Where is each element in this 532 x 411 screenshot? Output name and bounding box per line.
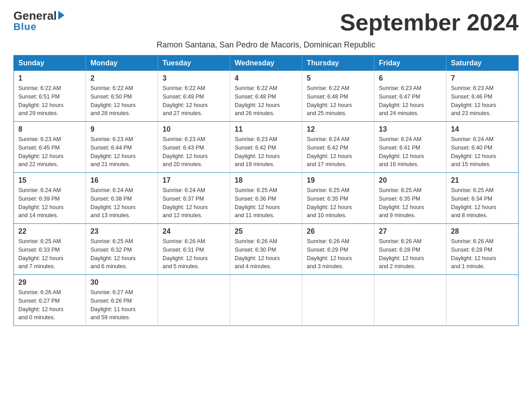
day-info: Sunrise: 6:23 AMSunset: 6:45 PMDaylight:…	[18, 136, 64, 167]
calendar-cell: 28 Sunrise: 6:26 AMSunset: 6:28 PMDaylig…	[446, 224, 519, 275]
day-info: Sunrise: 6:24 AMSunset: 6:41 PMDaylight:…	[379, 136, 424, 167]
calendar-cell	[158, 275, 230, 326]
calendar-week-row: 22 Sunrise: 6:25 AMSunset: 6:33 PMDaylig…	[14, 224, 519, 275]
calendar-cell: 7 Sunrise: 6:23 AMSunset: 6:46 PMDayligh…	[446, 71, 519, 122]
calendar-cell: 23 Sunrise: 6:25 AMSunset: 6:32 PMDaylig…	[86, 224, 158, 275]
day-info: Sunrise: 6:23 AMSunset: 6:42 PMDaylight:…	[235, 136, 280, 167]
calendar-cell: 10 Sunrise: 6:23 AMSunset: 6:43 PMDaylig…	[158, 122, 230, 173]
day-number: 12	[307, 125, 369, 133]
calendar-cell: 27 Sunrise: 6:26 AMSunset: 6:28 PMDaylig…	[374, 224, 446, 275]
calendar-cell: 1 Sunrise: 6:22 AMSunset: 6:51 PMDayligh…	[14, 71, 86, 122]
calendar-cell: 20 Sunrise: 6:25 AMSunset: 6:35 PMDaylig…	[374, 173, 446, 224]
page-subtitle: Ramon Santana, San Pedro de Macoris, Dom…	[13, 40, 519, 50]
day-info: Sunrise: 6:22 AMSunset: 6:48 PMDaylight:…	[307, 85, 352, 116]
calendar-header-cell: Monday	[86, 56, 158, 71]
day-info: Sunrise: 6:27 AMSunset: 6:26 PMDaylight:…	[90, 289, 136, 321]
day-info: Sunrise: 6:23 AMSunset: 6:47 PMDaylight:…	[379, 85, 424, 116]
day-info: Sunrise: 6:22 AMSunset: 6:51 PMDaylight:…	[18, 85, 64, 116]
calendar-cell	[302, 275, 374, 326]
calendar-cell: 4 Sunrise: 6:22 AMSunset: 6:48 PMDayligh…	[230, 71, 302, 122]
day-number: 4	[235, 74, 297, 82]
day-info: Sunrise: 6:22 AMSunset: 6:50 PMDaylight:…	[90, 85, 136, 116]
day-number: 1	[18, 74, 81, 82]
day-number: 5	[307, 74, 369, 82]
day-info: Sunrise: 6:24 AMSunset: 6:42 PMDaylight:…	[307, 136, 352, 167]
day-number: 6	[379, 74, 442, 82]
calendar-cell: 24 Sunrise: 6:26 AMSunset: 6:31 PMDaylig…	[158, 224, 230, 275]
day-number: 7	[451, 74, 514, 82]
calendar-cell: 18 Sunrise: 6:25 AMSunset: 6:36 PMDaylig…	[230, 173, 302, 224]
day-number: 23	[90, 227, 153, 235]
calendar-cell: 12 Sunrise: 6:24 AMSunset: 6:42 PMDaylig…	[302, 122, 374, 173]
day-info: Sunrise: 6:25 AMSunset: 6:35 PMDaylight:…	[307, 187, 352, 218]
calendar-week-row: 29 Sunrise: 6:26 AMSunset: 6:27 PMDaylig…	[14, 275, 519, 326]
calendar-week-row: 1 Sunrise: 6:22 AMSunset: 6:51 PMDayligh…	[14, 71, 519, 122]
day-info: Sunrise: 6:24 AMSunset: 6:40 PMDaylight:…	[451, 136, 496, 167]
day-number: 30	[90, 278, 153, 287]
day-number: 28	[451, 227, 514, 235]
day-number: 14	[451, 125, 514, 133]
day-number: 10	[163, 125, 225, 133]
day-info: Sunrise: 6:26 AMSunset: 6:31 PMDaylight:…	[163, 238, 208, 270]
calendar-header-cell: Tuesday	[158, 56, 230, 71]
day-number: 21	[451, 176, 514, 184]
day-info: Sunrise: 6:25 AMSunset: 6:33 PMDaylight:…	[18, 238, 64, 270]
day-number: 16	[90, 176, 153, 184]
day-number: 13	[379, 125, 442, 133]
calendar-week-row: 15 Sunrise: 6:24 AMSunset: 6:39 PMDaylig…	[14, 173, 519, 224]
day-info: Sunrise: 6:22 AMSunset: 6:48 PMDaylight:…	[235, 85, 280, 116]
calendar-cell: 11 Sunrise: 6:23 AMSunset: 6:42 PMDaylig…	[230, 122, 302, 173]
calendar-header-cell: Sunday	[14, 56, 86, 71]
calendar-header-cell: Friday	[374, 56, 446, 71]
day-number: 15	[18, 176, 81, 184]
day-number: 24	[163, 227, 225, 235]
calendar-body: 1 Sunrise: 6:22 AMSunset: 6:51 PMDayligh…	[14, 71, 519, 326]
day-number: 27	[379, 227, 442, 235]
calendar-cell: 21 Sunrise: 6:25 AMSunset: 6:34 PMDaylig…	[446, 173, 519, 224]
calendar-header-cell: Wednesday	[230, 56, 302, 71]
day-info: Sunrise: 6:23 AMSunset: 6:43 PMDaylight:…	[163, 136, 208, 167]
day-info: Sunrise: 6:22 AMSunset: 6:49 PMDaylight:…	[163, 85, 208, 116]
logo-triangle-icon	[58, 11, 64, 20]
calendar-week-row: 8 Sunrise: 6:23 AMSunset: 6:45 PMDayligh…	[14, 122, 519, 173]
calendar-cell: 17 Sunrise: 6:24 AMSunset: 6:37 PMDaylig…	[158, 173, 230, 224]
calendar-cell: 2 Sunrise: 6:22 AMSunset: 6:50 PMDayligh…	[86, 71, 158, 122]
calendar-cell: 8 Sunrise: 6:23 AMSunset: 6:45 PMDayligh…	[14, 122, 86, 173]
day-info: Sunrise: 6:24 AMSunset: 6:37 PMDaylight:…	[163, 187, 208, 218]
calendar-cell: 9 Sunrise: 6:23 AMSunset: 6:44 PMDayligh…	[86, 122, 158, 173]
logo-blue-text: Blue	[13, 21, 37, 33]
day-info: Sunrise: 6:24 AMSunset: 6:39 PMDaylight:…	[18, 187, 64, 218]
calendar-cell	[446, 275, 519, 326]
day-number: 19	[307, 176, 369, 184]
calendar-cell: 16 Sunrise: 6:24 AMSunset: 6:38 PMDaylig…	[86, 173, 158, 224]
calendar-cell: 19 Sunrise: 6:25 AMSunset: 6:35 PMDaylig…	[302, 173, 374, 224]
calendar-cell: 29 Sunrise: 6:26 AMSunset: 6:27 PMDaylig…	[14, 275, 86, 326]
day-number: 26	[307, 227, 369, 235]
calendar-cell: 14 Sunrise: 6:24 AMSunset: 6:40 PMDaylig…	[446, 122, 519, 173]
calendar-cell: 5 Sunrise: 6:22 AMSunset: 6:48 PMDayligh…	[302, 71, 374, 122]
day-number: 2	[90, 74, 153, 82]
day-info: Sunrise: 6:25 AMSunset: 6:32 PMDaylight:…	[90, 238, 136, 270]
day-number: 20	[379, 176, 442, 184]
day-info: Sunrise: 6:23 AMSunset: 6:44 PMDaylight:…	[90, 136, 136, 167]
calendar-cell	[374, 275, 446, 326]
day-info: Sunrise: 6:23 AMSunset: 6:46 PMDaylight:…	[451, 85, 496, 116]
day-number: 11	[235, 125, 297, 133]
day-number: 8	[18, 125, 81, 133]
day-number: 18	[235, 176, 297, 184]
month-title: September 2024	[340, 9, 519, 36]
calendar-cell: 26 Sunrise: 6:26 AMSunset: 6:29 PMDaylig…	[302, 224, 374, 275]
day-info: Sunrise: 6:25 AMSunset: 6:35 PMDaylight:…	[379, 187, 424, 218]
day-info: Sunrise: 6:26 AMSunset: 6:27 PMDaylight:…	[18, 289, 64, 321]
calendar-cell	[230, 275, 302, 326]
calendar-table: SundayMondayTuesdayWednesdayThursdayFrid…	[13, 55, 519, 326]
day-info: Sunrise: 6:24 AMSunset: 6:38 PMDaylight:…	[90, 187, 136, 218]
day-info: Sunrise: 6:26 AMSunset: 6:28 PMDaylight:…	[451, 238, 496, 270]
day-number: 17	[163, 176, 225, 184]
day-info: Sunrise: 6:26 AMSunset: 6:28 PMDaylight:…	[379, 238, 424, 270]
day-number: 25	[235, 227, 297, 235]
calendar-cell: 6 Sunrise: 6:23 AMSunset: 6:47 PMDayligh…	[374, 71, 446, 122]
day-number: 29	[18, 278, 81, 287]
day-info: Sunrise: 6:25 AMSunset: 6:36 PMDaylight:…	[235, 187, 280, 218]
calendar-cell: 22 Sunrise: 6:25 AMSunset: 6:33 PMDaylig…	[14, 224, 86, 275]
